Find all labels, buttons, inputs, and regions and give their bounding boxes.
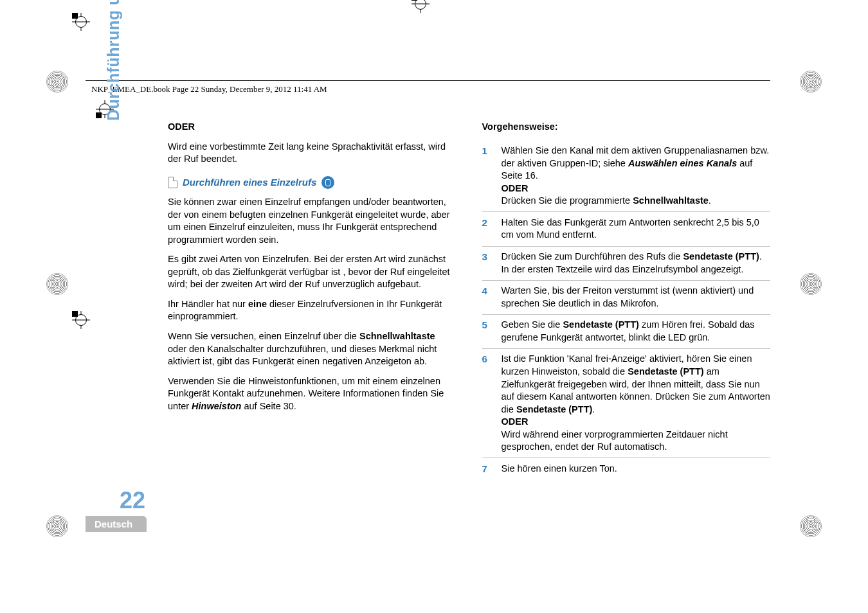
page-number: 22 (120, 487, 145, 514)
person-icon (321, 176, 334, 189)
text: Geben Sie die (502, 319, 563, 330)
list-item: 3 Drücken Sie zum Durchführen des Rufs d… (482, 247, 771, 281)
side-title: Durchführung und Empfang von Rufen (104, 0, 123, 121)
list-item: 6 Ist die Funktion 'Kanal frei-Anzeige' … (482, 349, 771, 459)
list-item: 5 Geben Sie die Sendetaste (PTT) zum Hör… (482, 315, 771, 349)
list-item: 4 Warten Sie, bis der Freiton verstummt … (482, 281, 771, 315)
text: Drücken Sie zum Durchführen des Rufs die (502, 251, 683, 262)
text: . (592, 404, 595, 414)
text: Wird während einer vorprogrammierten Zei… (502, 429, 728, 452)
step-number: 7 (482, 463, 493, 475)
text: Drücken Sie die programmierte (502, 195, 633, 206)
paragraph: Ihr Händler hat nur eine dieser Einzelru… (168, 298, 457, 323)
oder-label: ODER (168, 121, 457, 134)
text: auf Seite 30. (241, 401, 296, 411)
list-item: 2 Halten Sie das Funkgerät zum Antworten… (482, 212, 771, 246)
text-bold: Sendetaste (PTT) (628, 366, 703, 377)
step-number: 5 (482, 319, 493, 344)
text-bold: Sendetaste (PTT) (563, 319, 638, 330)
section-heading: Durchführen eines Einzelrufs (168, 176, 457, 189)
procedure-heading: Vorgehensweise: (482, 121, 771, 134)
paragraph: Verwenden Sie die Hinweistonfunktionen, … (168, 375, 457, 413)
step-number: 4 (482, 285, 493, 310)
right-column: Vorgehensweise: 1 Wählen Sie den Kanal m… (482, 121, 771, 532)
step-number: 6 (482, 353, 493, 454)
document-icon (168, 177, 177, 188)
paragraph: Sie können zwar einen Einzelruf empfange… (168, 196, 457, 246)
language-tab: Deutsch (86, 516, 147, 532)
procedure-list: 1 Wählen Sie den Kanal mit dem aktiven G… (482, 141, 771, 480)
text: Ihr Händler hat nur (168, 299, 248, 309)
text: Sie hören einen kurzen Ton. (502, 463, 617, 474)
paragraph: Es gibt zwei Arten von Einzelrufen. Bei … (168, 253, 457, 291)
step-number: 1 (482, 145, 493, 208)
text-bold: Sendetaste (PTT) (516, 404, 592, 414)
step-number: 2 (482, 217, 493, 242)
text-bold: eine (248, 299, 267, 309)
text-ref: Auswählen eines Kanals (628, 158, 737, 168)
text-bold: Schnellwahltaste (359, 331, 435, 341)
text-bold: Schnellwahltaste (633, 195, 709, 206)
text: oder den Kanalschalter durchzuführen, un… (168, 344, 437, 367)
left-column: ODER Wird eine vorbestimmte Zeit lang ke… (168, 121, 457, 532)
page-area: Durchführung und Empfang von Rufen 22 De… (86, 82, 770, 532)
paragraph: Wenn Sie versuchen, einen Einzelruf über… (168, 330, 457, 368)
list-item: 1 Wählen Sie den Kanal mit dem aktiven G… (482, 141, 771, 213)
section-title: Durchführen eines Einzelrufs (183, 176, 316, 189)
text: . (709, 195, 711, 206)
text: Warten Sie, bis der Freiton verstummt is… (502, 285, 754, 308)
oder-label: ODER (502, 416, 529, 427)
step-number: 3 (482, 251, 493, 276)
text-bold: Sendetaste (PTT) (683, 251, 759, 262)
text: Wenn Sie versuchen, einen Einzelruf über… (168, 331, 359, 341)
header-rule (86, 80, 770, 81)
text: Halten Sie das Funkgerät zum Antworten s… (502, 217, 759, 240)
oder-label: ODER (502, 183, 529, 193)
list-item: 7 Sie hören einen kurzen Ton. (482, 458, 771, 479)
paragraph: Wird eine vorbestimmte Zeit lang keine S… (168, 141, 457, 166)
text-ref: Hinweiston (192, 401, 241, 411)
